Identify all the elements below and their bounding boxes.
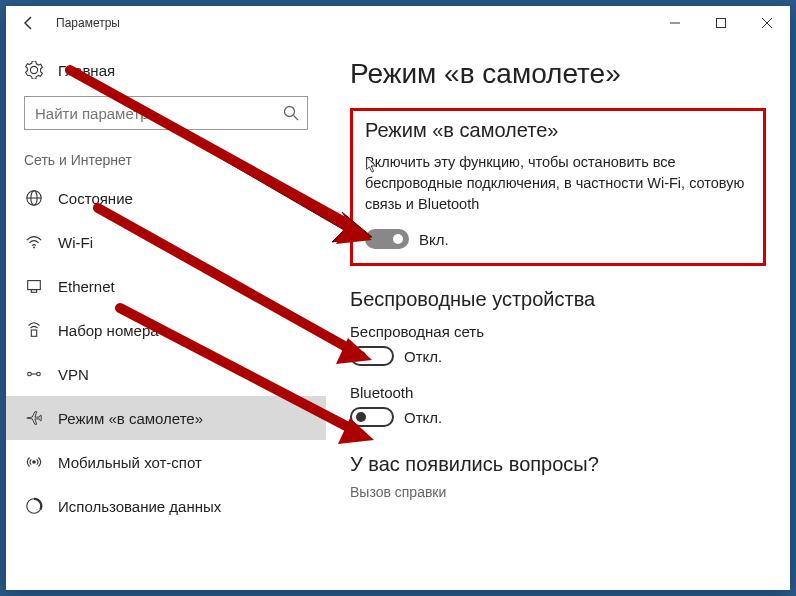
airplane-toggle-row: Вкл. (365, 229, 751, 249)
sidebar-item-airplane[interactable]: Режим «в самолете» (6, 396, 326, 440)
back-button[interactable] (6, 6, 52, 40)
maximize-button[interactable] (698, 6, 744, 40)
svg-rect-1 (717, 19, 726, 28)
bluetooth-group: Bluetooth Откл. (350, 384, 766, 427)
sidebar-item-hotspot[interactable]: Мобильный хот-спот (6, 440, 326, 484)
svg-rect-11 (31, 290, 36, 293)
sidebar-item-label: Мобильный хот-спот (58, 454, 202, 471)
section-label: Сеть и Интернет (6, 152, 326, 176)
minimize-button[interactable] (652, 6, 698, 40)
sidebar-item-dialup[interactable]: Набор номера (6, 308, 326, 352)
wifi-toggle-label: Откл. (404, 348, 442, 365)
sidebar-item-label: Режим «в самолете» (58, 410, 203, 427)
help-link[interactable]: Вызов справки (350, 484, 766, 500)
svg-point-4 (285, 107, 295, 117)
gear-icon (24, 60, 44, 80)
wifi-toggle-row: Откл. (350, 346, 766, 366)
settings-window: Параметры Главная Сеть и Интернет (6, 6, 790, 590)
page-title: Режим «в самолете» (350, 58, 766, 90)
airplane-icon (24, 408, 44, 428)
search-box[interactable] (24, 96, 308, 130)
sidebar-item-status[interactable]: Состояние (6, 176, 326, 220)
hotspot-icon (24, 452, 44, 472)
vpn-icon (24, 364, 44, 384)
airplane-highlight-box: Режим «в самолете» Включить эту функцию,… (350, 108, 766, 266)
svg-point-9 (33, 247, 35, 249)
sidebar-item-ethernet[interactable]: Ethernet (6, 264, 326, 308)
help-heading: У вас появились вопросы? (350, 453, 766, 476)
sidebar: Главная Сеть и Интернет Состояние Wi-Fi … (6, 40, 326, 590)
home-label: Главная (58, 62, 115, 79)
sidebar-item-wifi[interactable]: Wi-Fi (6, 220, 326, 264)
dialup-icon (24, 320, 44, 340)
sidebar-item-datausage[interactable]: Использование данных (6, 484, 326, 528)
wireless-heading: Беспроводные устройства (350, 288, 766, 311)
bluetooth-toggle-label: Откл. (404, 409, 442, 426)
sidebar-item-label: Набор номера (58, 322, 159, 339)
ethernet-icon (24, 276, 44, 296)
window-controls (652, 6, 790, 40)
svg-point-13 (28, 372, 32, 376)
data-usage-icon (24, 496, 44, 516)
svg-line-5 (294, 116, 299, 121)
sidebar-item-vpn[interactable]: VPN (6, 352, 326, 396)
wifi-icon (24, 232, 44, 252)
window-title: Параметры (56, 16, 652, 30)
sidebar-item-label: VPN (58, 366, 89, 383)
bluetooth-label: Bluetooth (350, 384, 766, 401)
svg-rect-12 (31, 330, 36, 336)
sidebar-item-label: Wi-Fi (58, 234, 93, 251)
svg-point-16 (32, 460, 36, 464)
search-input[interactable] (35, 105, 283, 122)
airplane-toggle-label: Вкл. (419, 231, 449, 248)
sidebar-item-label: Ethernet (58, 278, 115, 295)
sidebar-item-label: Использование данных (58, 498, 221, 515)
sidebar-item-label: Состояние (58, 190, 133, 207)
wifi-toggle[interactable] (350, 346, 394, 366)
svg-point-14 (37, 372, 41, 376)
search-icon (283, 105, 299, 121)
airplane-subtitle: Режим «в самолете» (365, 119, 751, 142)
wifi-label: Беспроводная сеть (350, 323, 766, 340)
airplane-toggle[interactable] (365, 229, 409, 249)
close-button[interactable] (744, 6, 790, 40)
wifi-group: Беспроводная сеть Откл. (350, 323, 766, 366)
window-body: Главная Сеть и Интернет Состояние Wi-Fi … (6, 40, 790, 590)
titlebar: Параметры (6, 6, 790, 40)
svg-rect-10 (28, 281, 41, 290)
airplane-desc: Включить эту функцию, чтобы остановить в… (365, 152, 751, 215)
bluetooth-toggle[interactable] (350, 407, 394, 427)
home-link[interactable]: Главная (6, 52, 326, 90)
bluetooth-toggle-row: Откл. (350, 407, 766, 427)
content-area: Режим «в самолете» Режим «в самолете» Вк… (326, 40, 790, 590)
globe-icon (24, 188, 44, 208)
